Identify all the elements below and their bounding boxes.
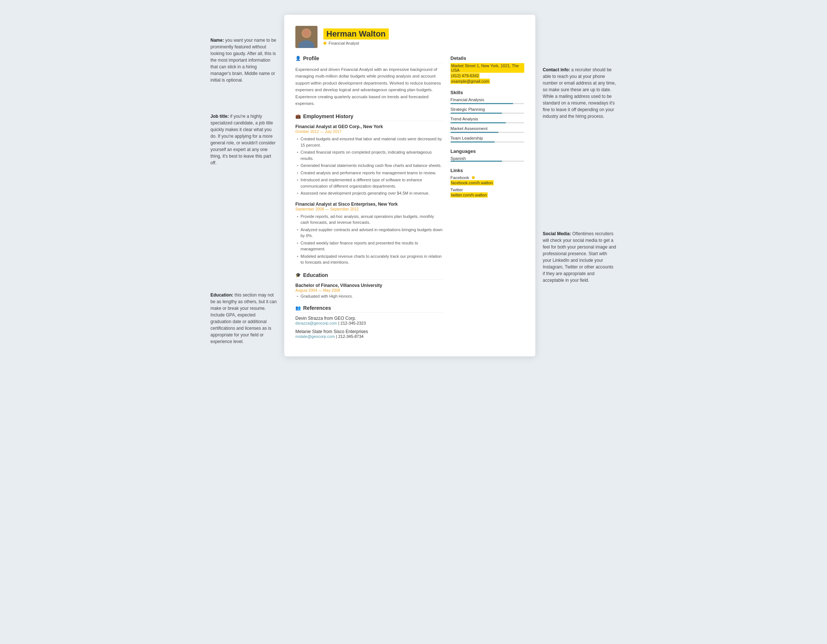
ref2-phone: 212-345-8734 bbox=[338, 334, 364, 339]
edu-note: Graduated with High Honors. bbox=[295, 294, 443, 299]
contact-annotation-bold: Contact info: bbox=[543, 67, 570, 72]
details-section-title: Details bbox=[451, 55, 524, 61]
ref1-phone: 212-345-2323 bbox=[340, 321, 366, 325]
edu-dates: August 2004 — May 2008 bbox=[295, 288, 443, 292]
education-section-title: 🎓 Education bbox=[295, 272, 443, 280]
svg-point-4 bbox=[472, 176, 475, 179]
resume-card: Herman Walton Financial Analyst 👤 Profil… bbox=[284, 15, 535, 356]
link-url-1[interactable]: facebook.com/h.walton bbox=[451, 180, 494, 185]
employment-history-title: 💼 Employment History bbox=[295, 113, 443, 121]
list-item: Created weekly labor finance reports and… bbox=[295, 240, 443, 252]
skill-item-1: Financial Analysis bbox=[451, 97, 524, 104]
lang-fill-1 bbox=[451, 161, 502, 162]
education-item-1: Bachelor of Finance, Villanova Universit… bbox=[295, 283, 443, 299]
employment-history-section: 💼 Employment History Financial Analyst a… bbox=[295, 113, 443, 266]
jobtitle-annotation-bold: Job title: bbox=[211, 114, 229, 119]
list-item: Assessed new development projects genera… bbox=[295, 190, 443, 197]
skills-section: Skills Financial Analysis Strategic Plan… bbox=[451, 90, 524, 142]
profile-section: 👤 Profile Experienced and driven Financi… bbox=[295, 55, 443, 107]
graduation-icon: 🎓 bbox=[295, 272, 301, 278]
right-annotations: Contact info: a recruiter should be able… bbox=[535, 15, 616, 306]
name-annotation-text: you want your name to be prominently fea… bbox=[211, 38, 276, 83]
language-item-1: Spanish bbox=[451, 156, 524, 162]
skill-name-5: Team Leadership bbox=[451, 136, 524, 140]
list-item: Created financial reports on completed p… bbox=[295, 149, 443, 161]
left-column: 👤 Profile Experienced and driven Financi… bbox=[295, 55, 443, 345]
skill-fill-4 bbox=[451, 132, 498, 133]
job2-bullets: Provide reports, ad-hoc analysis, annual… bbox=[295, 213, 443, 266]
skill-bar-3 bbox=[451, 122, 524, 123]
ref2-email[interactable]: mslate@geocorp.com bbox=[295, 334, 335, 339]
socialmedia-annotation-bold: Social Media: bbox=[543, 231, 571, 236]
profile-icon: 👤 bbox=[295, 56, 301, 61]
job1-bullets: Created budgets and ensured that labor a… bbox=[295, 136, 443, 197]
avatar bbox=[295, 26, 317, 48]
skill-bar-1 bbox=[451, 103, 524, 104]
skill-name-3: Trend Analysis bbox=[451, 117, 524, 121]
links-section: Links Facebook facebook.com/h.walton Twi… bbox=[451, 168, 524, 198]
list-item: Analyzed supplier contracts and advised … bbox=[295, 227, 443, 239]
link-dot-1 bbox=[472, 175, 475, 180]
skill-fill-3 bbox=[451, 122, 506, 123]
ref2-contact: mslate@geocorp.com | 212-345-8734 bbox=[295, 334, 443, 339]
skill-bar-4 bbox=[451, 132, 524, 133]
job-title: Financial Analyst bbox=[329, 41, 359, 45]
socialmedia-annotation-text: Oftentimes recruiters will check your so… bbox=[543, 231, 616, 283]
header-info: Herman Walton Financial Analyst bbox=[323, 28, 524, 45]
ref1-contact: dsrazza@geocorp.com | 212-345-2323 bbox=[295, 321, 443, 325]
link-url-2[interactable]: twitter.com/h.walton bbox=[451, 192, 488, 198]
skill-name-1: Financial Analysis bbox=[451, 97, 524, 102]
details-phone: (412) 479-6342 bbox=[451, 73, 480, 78]
skill-fill-2 bbox=[451, 113, 502, 114]
job-block-2: Financial Analyst at Sisco Enterprises, … bbox=[295, 202, 443, 266]
languages-section-title: Languages bbox=[451, 148, 524, 154]
ref1-email[interactable]: dsrazza@geocorp.com bbox=[295, 321, 337, 325]
job1-title: Financial Analyst at GEO Corp., New York bbox=[295, 124, 443, 129]
skill-bar-5 bbox=[451, 141, 524, 142]
list-item: Provide reports, ad-hoc analysis, annual… bbox=[295, 213, 443, 226]
details-address: Market Street 1, New York, 1021, The USA bbox=[451, 63, 524, 73]
job-block-1: Financial Analyst at GEO Corp., New York… bbox=[295, 124, 443, 197]
resume-header: Herman Walton Financial Analyst bbox=[295, 26, 524, 48]
resume-body: 👤 Profile Experienced and driven Financi… bbox=[295, 55, 524, 345]
job-title-row: Financial Analyst bbox=[323, 41, 524, 45]
skill-name-2: Strategic Planning bbox=[451, 107, 524, 111]
language-name-1: Spanish bbox=[451, 156, 524, 161]
reference-item-2: Melanie Slate from Sisco Enterprises msl… bbox=[295, 329, 443, 339]
briefcase-icon: 💼 bbox=[295, 114, 301, 119]
education-annotation-bold: Education: bbox=[211, 292, 233, 298]
job2-title: Financial Analyst at Sisco Enterprises, … bbox=[295, 202, 443, 207]
link-platform-2: Twitter bbox=[451, 188, 524, 192]
name-box: Herman Walton bbox=[323, 28, 389, 39]
link-item-2: Twitter twitter.com/h.walton bbox=[451, 188, 524, 198]
education-annotation-text: this section may not be as lengthy as ot… bbox=[211, 292, 276, 344]
skill-bar-2 bbox=[451, 113, 524, 114]
skill-item-4: Market Assessment bbox=[451, 126, 524, 133]
job2-dates: September 2008 — September 2012 bbox=[295, 207, 443, 211]
skill-item-2: Strategic Planning bbox=[451, 107, 524, 114]
name-annotation: Name: you want your name to be prominent… bbox=[211, 37, 277, 83]
job1-dates: October 2012 — July 2017 bbox=[295, 129, 443, 134]
details-email: example@gmail.com bbox=[451, 79, 490, 84]
link-item-1: Facebook facebook.com/h.walton bbox=[451, 175, 524, 185]
skill-item-5: Team Leadership bbox=[451, 136, 524, 142]
socialmedia-annotation-block: Social Media: Oftentimes recruiters will… bbox=[543, 230, 616, 284]
skill-item-3: Trend Analysis bbox=[451, 117, 524, 123]
jobtitle-annotation: Job title: if you're a highly specialize… bbox=[211, 113, 277, 166]
skill-fill-1 bbox=[451, 103, 513, 104]
references-section-title: 👥 References bbox=[295, 305, 443, 313]
right-column: Details Market Street 1, New York, 1021,… bbox=[451, 55, 524, 345]
languages-section: Languages Spanish bbox=[451, 148, 524, 162]
edu-degree: Bachelor of Finance, Villanova Universit… bbox=[295, 283, 443, 288]
left-annotations: Name: you want your name to be prominent… bbox=[211, 15, 284, 360]
link-platform-1: Facebook bbox=[451, 175, 524, 180]
contact-annotation-block: Contact info: a recruiter should be able… bbox=[543, 66, 616, 120]
list-item: Modeled anticipated revenue charts to ac… bbox=[295, 253, 443, 266]
name-annotation-bold: Name: bbox=[211, 38, 224, 43]
list-item: Created budgets and ensured that labor a… bbox=[295, 136, 443, 148]
list-item: Created analysis and perfomance reports … bbox=[295, 170, 443, 176]
reference-item-1: Devin Strazza from GEO Corp. dsrazza@geo… bbox=[295, 316, 443, 325]
candidate-name: Herman Walton bbox=[326, 29, 386, 39]
links-section-title: Links bbox=[451, 168, 524, 173]
contact-annotation-text: a recruiter should be able to reach you … bbox=[543, 67, 616, 119]
